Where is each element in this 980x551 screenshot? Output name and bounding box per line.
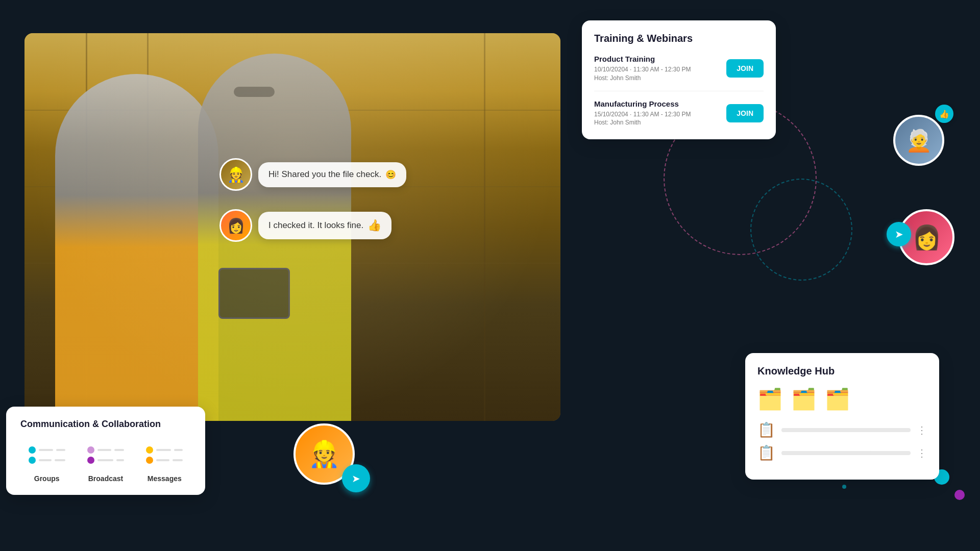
- training-item-1-date: 10/10/20204 · 11:30 AM - 12:30 PM: [594, 65, 691, 74]
- knowledge-file-row-1: 📋 ⋮: [757, 421, 927, 438]
- avatar-1-like-badge: 👍: [935, 105, 953, 123]
- knowledge-file-row-2: 📋 ⋮: [757, 444, 927, 461]
- file-menu-2[interactable]: ⋮: [917, 447, 927, 459]
- bottom-send-button[interactable]: ➤: [342, 464, 370, 492]
- training-item-1-info: Product Training 10/10/20204 · 11:30 AM …: [594, 55, 691, 83]
- comm-item-groups[interactable]: Groups: [29, 440, 65, 483]
- training-item-2: Manufacturing Process 15/10/20204 · 11:3…: [594, 99, 764, 128]
- chat-bubble-1: 👷 Hi! Shared you the file check. 😊: [219, 158, 406, 191]
- messages-icon: [146, 440, 183, 470]
- join-button-2[interactable]: JOIN: [726, 104, 764, 122]
- training-item-1: Product Training 10/10/20204 · 11:30 AM …: [594, 55, 764, 91]
- knowledge-hub-card: Knowledge Hub 🗂️ 🗂️ 🗂️ 📋 ⋮ 📋 ⋮: [745, 353, 939, 480]
- file-icon-1: 📋: [757, 421, 775, 438]
- groups-icon: [29, 440, 65, 470]
- training-item-2-date: 15/10/20204 · 11:30 AM - 12:30 PM: [594, 110, 691, 119]
- comm-item-messages[interactable]: Messages: [146, 440, 183, 483]
- folder-3[interactable]: 🗂️: [825, 387, 850, 411]
- chat-bubble-2: 👩 I checked it. It looks fine. 👍: [219, 209, 391, 242]
- avatar-2-send-button[interactable]: ➤: [887, 222, 911, 246]
- knowledge-hub-folders: 🗂️ 🗂️ 🗂️: [757, 387, 927, 411]
- chat-message-1: Hi! Shared you the file check. 😊: [258, 162, 406, 187]
- comm-item-broadcast[interactable]: Broadcast: [87, 440, 124, 483]
- training-item-2-info: Manufacturing Process 15/10/20204 · 11:3…: [594, 99, 691, 128]
- communication-collaboration-card: Communication & Collaboration Groups: [6, 407, 205, 495]
- accent-dot-purple: [954, 490, 965, 500]
- decorative-circle-cyan: [750, 179, 852, 281]
- chat-avatar-1: 👷: [219, 158, 252, 191]
- file-bar-1: [781, 428, 911, 432]
- knowledge-hub-title: Knowledge Hub: [757, 365, 927, 377]
- training-item-1-name: Product Training: [594, 55, 691, 63]
- chat-message-2: I checked it. It looks fine. 👍: [258, 212, 391, 239]
- communication-card-title: Communication & Collaboration: [20, 419, 191, 430]
- training-item-2-host: Host: John Smith: [594, 118, 691, 127]
- floating-avatar-1: 🧑‍🦳: [893, 115, 944, 166]
- groups-label: Groups: [34, 474, 60, 483]
- broadcast-icon: [87, 440, 124, 470]
- messages-label: Messages: [148, 474, 182, 483]
- communication-items: Groups Broadcast: [20, 440, 191, 483]
- training-card-title: Training & Webinars: [594, 33, 764, 44]
- folder-2[interactable]: 🗂️: [791, 387, 817, 411]
- join-button-1[interactable]: JOIN: [726, 59, 764, 78]
- file-bar-2: [781, 451, 911, 455]
- training-webinars-card: Training & Webinars Product Training 10/…: [582, 20, 776, 139]
- broadcast-label: Broadcast: [88, 474, 123, 483]
- chat-avatar-2: 👩: [219, 209, 252, 242]
- training-item-2-name: Manufacturing Process: [594, 99, 691, 108]
- file-menu-1[interactable]: ⋮: [917, 424, 927, 436]
- file-icon-2: 📋: [757, 444, 775, 461]
- folder-1[interactable]: 🗂️: [757, 387, 783, 411]
- training-item-1-host: Host: John Smith: [594, 74, 691, 83]
